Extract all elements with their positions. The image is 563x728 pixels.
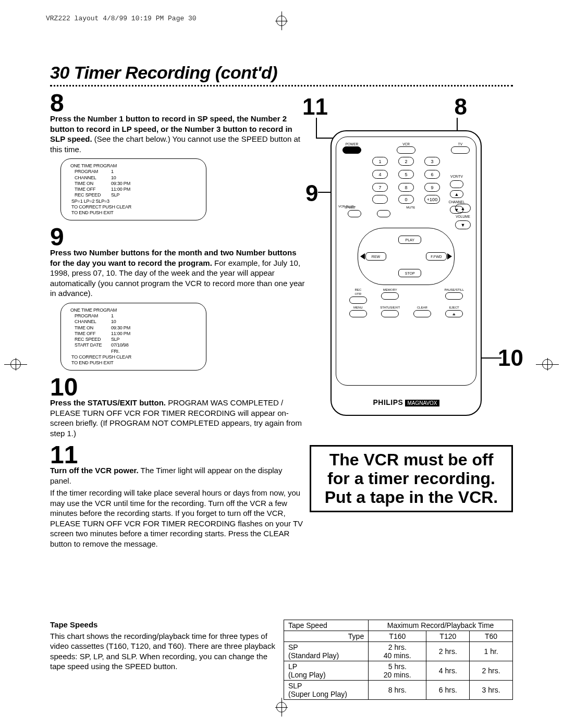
osd1-k1: CHANNEL xyxy=(69,175,111,181)
osd2-v1: 10 xyxy=(111,319,116,325)
otr-label: OTR xyxy=(354,292,361,295)
crop-mark-top xyxy=(275,11,288,30)
num-7: 7 xyxy=(372,183,388,192)
rew-tri-icon xyxy=(360,253,365,260)
osd2-v0: 1 xyxy=(111,313,114,319)
row-lp: LP(Long Play) xyxy=(284,661,369,681)
vcrplus-label: VCR PLUS+ xyxy=(338,205,359,208)
vcr-label: VCR xyxy=(402,142,410,146)
callout-8: 8 xyxy=(455,94,467,120)
step-8-number: 8 xyxy=(50,91,305,116)
ch-up-button: ▲ xyxy=(450,190,463,198)
step-9-number: 9 xyxy=(50,225,305,250)
crop-mark-left xyxy=(4,358,27,371)
th-tapespeed: Tape Speed xyxy=(284,620,369,631)
tape-speeds-section: Tape Speeds This chart shows the recordi… xyxy=(50,620,513,700)
osd2-k6 xyxy=(69,349,111,354)
vcrtv-button xyxy=(450,180,463,188)
menu-button xyxy=(349,310,367,317)
sp-t120: 2 hrs. xyxy=(426,642,470,661)
osd2-k1: CHANNEL xyxy=(69,319,111,325)
callout-10: 10 xyxy=(498,345,523,371)
vol-up-button: ▲ xyxy=(455,204,471,213)
osd1-title: ONE TIME PROGRAM xyxy=(69,163,193,169)
step-10-text: Press the STATUS/EXIT button. PROGRAM WA… xyxy=(50,398,305,438)
sp-t160: 2 hrs.40 mins. xyxy=(369,642,426,661)
osd1-v4: SLP xyxy=(111,192,119,198)
osd1-k2: TIME ON xyxy=(69,181,111,187)
osd1-k4: REC SPEED xyxy=(69,192,111,198)
remote-inner: POWER VCR TV xyxy=(336,137,476,386)
tape-speeds-title: Tape Speeds xyxy=(50,620,276,630)
eject-label: EJECT xyxy=(449,306,459,309)
osd1-v1: 10 xyxy=(111,175,116,181)
eject-button: ⏏ xyxy=(445,310,463,317)
tv-label: TV xyxy=(458,142,462,146)
osd2-v3: 11:00 PM xyxy=(111,331,130,337)
callout-11: 11 xyxy=(302,94,328,120)
vol-down-button: ▼ xyxy=(455,220,471,229)
osd2-v6: FRI. xyxy=(111,349,119,354)
tape-speeds-desc: This chart shows the recording/playback … xyxy=(50,631,276,672)
lp-t160: 5 hrs.20 mins. xyxy=(369,661,426,681)
rew-button: REW xyxy=(365,252,386,261)
osd1-k0: PROGRAM xyxy=(69,169,111,175)
step-10-number: 10 xyxy=(50,375,305,400)
volume-label: VOLUME xyxy=(456,215,470,218)
th-maxtime: Maximum Record/Playback Time xyxy=(369,620,513,631)
num-plus100: +100 xyxy=(424,195,440,204)
remote-body: POWER VCR TV xyxy=(331,130,482,416)
mute-button xyxy=(377,210,390,217)
osd2-k2: TIME ON xyxy=(69,325,111,331)
rec-button xyxy=(349,297,367,304)
step-9-text: Press two Number buttons for the month a… xyxy=(50,248,305,299)
memory-label: MEMORY xyxy=(383,288,397,291)
osd1-note1: TO CORRECT PUSH CLEAR xyxy=(69,204,193,210)
row-slp: SLP(Super Long Play) xyxy=(284,681,369,700)
num-5: 5 xyxy=(398,170,414,179)
vcr-button xyxy=(397,146,415,154)
step-10-bold: Press the STATUS/EXIT button. xyxy=(50,398,166,407)
status-button xyxy=(381,310,399,317)
th-t60: T60 xyxy=(470,631,513,642)
remote-diagram: 11 8 9 10 POWER VCR xyxy=(294,97,513,441)
clear-label: CLEAR xyxy=(417,306,427,309)
num-1: 1 xyxy=(372,157,388,166)
vcrplus-button xyxy=(372,195,388,204)
print-header-info: VRZ222 layout 4/8/99 10:19 PM Page 30 xyxy=(46,15,197,22)
osd1-k3: TIME OFF xyxy=(69,187,111,192)
sp-t60: 1 hr. xyxy=(470,642,513,661)
slp-t60: 3 hrs. xyxy=(470,681,513,700)
lp-t120: 4 hrs. xyxy=(426,661,470,681)
osd2-k5: START DATE xyxy=(69,342,111,348)
osd2-k3: TIME OFF xyxy=(69,331,111,337)
callout-9: 9 xyxy=(305,180,318,206)
remote-brand: PHILIPSMAGNAVOX xyxy=(332,398,481,406)
osd-box-1: ONE TIME PROGRAM PROGRAM1 CHANNEL10 TIME… xyxy=(60,158,206,220)
warning-callout: The VCR must be off for a timer recordin… xyxy=(310,445,513,512)
channel-label: CHANNEL xyxy=(448,200,464,204)
osd1-speedline: SP=1 LP=2 SLP=3 xyxy=(69,199,193,204)
vcrtv-label: VCR/TV xyxy=(450,175,463,178)
menu-label: MENU xyxy=(353,306,363,309)
play-button: PLAY xyxy=(398,236,421,244)
num-0: 0 xyxy=(398,195,414,204)
osd-box-2: ONE TIME PROGRAM PROGRAM1 CHANNEL10 TIME… xyxy=(60,303,206,371)
th-t120: T120 xyxy=(426,631,470,642)
status-label: STATUS/EXIT xyxy=(380,306,400,309)
title-divider xyxy=(50,85,513,87)
num-2: 2 xyxy=(398,157,414,166)
step-11-para2: If the timer recording will take place s… xyxy=(50,488,305,549)
osd2-title: ONE TIME PROGRAM xyxy=(69,307,193,313)
memory-button xyxy=(381,292,399,300)
row-sp: SP(Standard Play) xyxy=(284,642,369,661)
num-9: 9 xyxy=(424,183,440,192)
slp-t120: 6 hrs. xyxy=(426,681,470,700)
num-3: 3 xyxy=(424,157,440,166)
mute-label: MUTE xyxy=(406,206,415,209)
osd1-note2: TO END PUSH EXIT xyxy=(69,210,193,216)
step-11-number: 11 xyxy=(50,442,305,467)
osd2-v5: 07/10/98 xyxy=(111,342,128,348)
page-title: 30 Timer Recording (cont'd) xyxy=(50,63,513,83)
brand-magnavox: MAGNAVOX xyxy=(405,400,439,406)
